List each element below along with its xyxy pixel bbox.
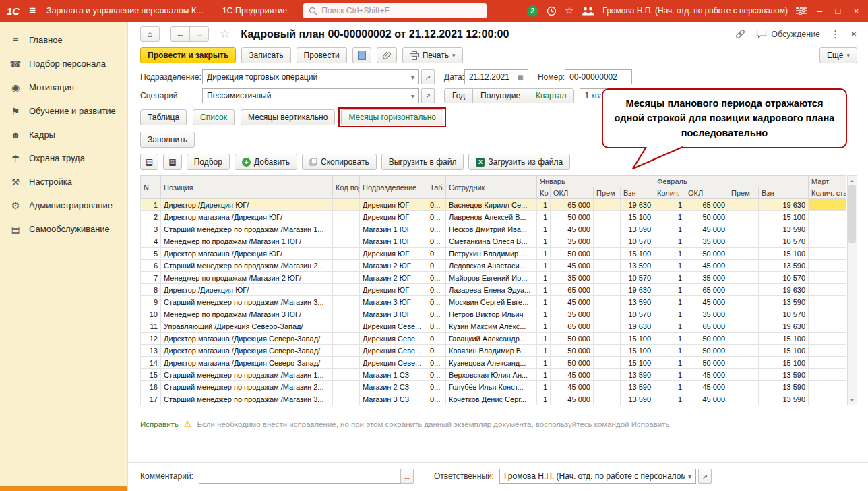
table-cell[interactable]: 1 [654,357,685,369]
table-cell[interactable]: 50 000 [551,248,594,260]
table-cell[interactable]: 13 590 [621,223,654,235]
table-cell[interactable]: 1 [537,320,551,333]
sidebar-item[interactable]: ⚑Обучение и развитие [0,99,127,123]
table-cell[interactable]: 15 100 [759,345,809,357]
table-cell[interactable]: 1 [537,381,551,393]
table-cell[interactable] [728,235,759,248]
table-cell[interactable]: Директор /Дирекция ЮГ/ [161,199,333,211]
table-cell[interactable]: 1 [537,393,551,405]
table-cell[interactable]: 15 100 [759,333,809,345]
table-row[interactable]: 9Старший менеджер по продажам /Магазин 3… [141,296,846,308]
table-cell[interactable] [594,223,621,235]
table-row[interactable]: 11Управляющий /Дирекция Северо-Запад/Дир… [141,320,846,333]
sidebar-item[interactable]: ☎Подбор персонала [0,52,127,76]
table-cell[interactable]: Магазин 3 ЮГ [360,296,427,308]
table-cell[interactable] [333,333,360,345]
table-cell[interactable]: 50 000 [551,333,594,345]
table-cell[interactable]: Кузин Максим Алекс... [446,320,537,333]
table-cell[interactable]: 45 000 [551,393,594,405]
table-cell[interactable]: 19 630 [759,199,809,211]
table-cell[interactable]: Директор магазина /Дирекция ЮГ/ [161,211,333,223]
fill-button[interactable]: Заполнить [140,132,195,148]
table-cell[interactable]: 19 630 [621,320,654,333]
maximize-window-button[interactable]: □ [833,6,843,16]
write-button[interactable]: Записать [241,47,290,63]
table-cell[interactable] [728,272,759,284]
table-cell[interactable]: 1 [537,308,551,320]
table-row[interactable]: 13Директор магазина /Дирекция Северо-Зап… [141,345,846,357]
table-cell[interactable]: Дирекция Севе... [360,345,427,357]
table-cell[interactable]: 13 590 [759,260,809,272]
table-row[interactable]: 8Директор /Дирекция ЮГ/Дирекция ЮГ0...Ла… [141,284,846,296]
table-cell[interactable] [594,381,621,393]
sidebar-item[interactable]: ≡Главное [0,28,127,52]
table-cell[interactable]: Васнецов Кирилл Се... [446,199,537,211]
events-button[interactable]: ▦ [163,154,181,170]
table-cell[interactable]: 12 [141,333,161,345]
table-cell[interactable] [333,248,360,260]
table-cell[interactable]: 9 [141,296,161,308]
table-cell[interactable] [809,393,846,405]
table-cell[interactable] [594,284,621,296]
table-cell[interactable]: Управляющий /Дирекция Северо-Запад/ [161,320,333,333]
table-cell[interactable]: Ковязин Владимир В... [446,345,537,357]
table-cell[interactable]: 0... [427,272,446,284]
table-row[interactable]: 2Директор магазина /Дирекция ЮГ/Дирекция… [141,211,846,223]
current-user[interactable]: Громова Н.П. (Нач. отд. по работе с перс… [602,6,788,16]
table-cell[interactable]: Магазин 2 ЮГ [360,272,427,284]
table-row[interactable]: 1Директор /Дирекция ЮГ/Дирекция ЮГ0...Ва… [141,199,846,211]
table-cell[interactable] [728,320,759,333]
table-row[interactable]: 7Менеджер по продажам /Магазин 2 ЮГ/Мага… [141,272,846,284]
table-cell[interactable]: 65 000 [685,199,728,211]
export-file-button[interactable]: Выгрузить в файл [381,154,464,170]
table-cell[interactable]: 0... [427,357,446,369]
table-cell[interactable] [728,393,759,405]
table-cell[interactable]: 1 [537,333,551,345]
table-cell[interactable]: Дирекция ЮГ [360,248,427,260]
table-cell[interactable]: 0... [427,308,446,320]
print-button[interactable]: Печать ▾ [402,47,463,63]
view-months-horizontal-button[interactable]: Месяцы горизонтально [341,109,443,125]
global-search-input[interactable]: Поиск Ctrl+Shift+F [303,3,487,18]
table-cell[interactable] [333,381,360,393]
post-and-close-button[interactable]: Провести и закрыть [140,47,236,63]
table-cell[interactable]: 1 [654,381,685,393]
table-cell[interactable]: 1 [537,284,551,296]
table-cell[interactable] [594,320,621,333]
table-cell[interactable]: Директор магазина /Дирекция Северо-Запад… [161,333,333,345]
table-row[interactable]: 4Менеджер по продажам /Магазин 1 ЮГ/Мага… [141,235,846,248]
table-cell[interactable]: 1 [654,284,685,296]
close-document-icon[interactable]: × [850,28,857,41]
users-icon[interactable] [582,7,594,16]
table-cell[interactable]: 65 000 [685,284,728,296]
sidebar-item[interactable]: ⚙Администрирование [0,194,127,217]
view-list-button[interactable]: Список [193,109,235,125]
table-cell[interactable]: 15 100 [621,211,654,223]
table-cell[interactable]: 45 000 [685,381,728,393]
list-settings-button[interactable]: ▤ [140,154,158,170]
table-cell[interactable]: 1 [654,296,685,308]
table-cell[interactable] [594,357,621,369]
vertical-scrollbar[interactable]: ▲ ▼ [847,175,857,405]
table-cell[interactable] [333,320,360,333]
table-cell[interactable] [594,345,621,357]
department-select[interactable]: Дирекция торговых операций ▾ [202,69,419,84]
table-cell[interactable]: 1 [654,308,685,320]
scrollbar-track[interactable] [848,185,857,396]
favorite-star-icon[interactable]: ☆ [220,27,230,41]
table-cell[interactable] [333,284,360,296]
sidebar-item[interactable]: ⚒Настройка [0,170,127,194]
table-cell[interactable] [594,260,621,272]
table-cell[interactable] [809,199,846,211]
table-cell[interactable]: Магазин 1 ЮГ [360,235,427,248]
table-cell[interactable]: Ледовская Анастаси... [446,260,537,272]
chevron-down-icon[interactable]: ▾ [408,74,417,81]
table-cell[interactable]: 7 [141,272,161,284]
table-cell[interactable]: 0... [427,199,446,211]
table-cell[interactable]: Дирекция ЮГ [360,211,427,223]
table-row[interactable]: 10Менеджер по продажам /Магазин 3 ЮГ/Маг… [141,308,846,320]
hamburger-menu-icon[interactable]: ≡ [29,4,36,18]
favorites-icon[interactable]: ☆ [565,5,574,17]
table-cell[interactable]: Старший менеджер по продажам /Магазин 3.… [161,393,333,405]
table-cell[interactable]: 13 590 [759,296,809,308]
